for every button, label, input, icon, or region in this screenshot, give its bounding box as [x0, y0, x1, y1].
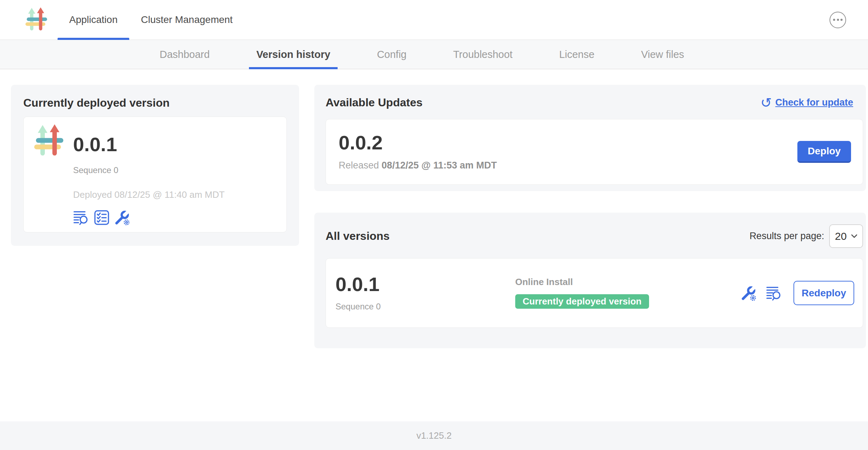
- redeploy-button[interactable]: Redeploy: [793, 281, 854, 305]
- main-content: Currently deployed version 0.0.1 Sequenc…: [0, 69, 868, 421]
- subnav-item-version-history[interactable]: Version history: [256, 40, 331, 69]
- deployed-sequence: Sequence 0: [73, 166, 225, 175]
- right-column: Available Updates ↺ Check for update 0.0…: [314, 85, 866, 421]
- tab-application[interactable]: Application: [58, 0, 129, 40]
- deployed-version-panel: 0.0.1 Sequence 0 Deployed 08/12/25 @ 11:…: [23, 117, 287, 232]
- results-per-page: Results per page: 20: [749, 224, 863, 248]
- app-subnav: Dashboard Version history Config Trouble…: [0, 40, 868, 69]
- deployed-actions: [73, 209, 225, 226]
- install-type-label: Online Install: [515, 277, 741, 286]
- results-per-page-select[interactable]: 20: [829, 224, 863, 248]
- tab-cluster-management[interactable]: Cluster Management: [129, 0, 244, 40]
- update-version-number: 0.0.2: [339, 134, 497, 152]
- app-footer: v1.125.2: [0, 421, 868, 450]
- app-logo-icon: [33, 124, 67, 158]
- available-updates-title: Available Updates: [326, 96, 422, 109]
- config-icon[interactable]: [114, 209, 130, 226]
- deployed-timestamp: Deployed 08/12/25 @ 11:40 am MDT: [73, 190, 225, 200]
- deployed-version-number: 0.0.1: [73, 135, 225, 154]
- all-versions-title: All versions: [326, 230, 390, 243]
- check-for-update-link[interactable]: ↺ Check for update: [761, 97, 853, 108]
- subnav-item-license[interactable]: License: [559, 40, 594, 69]
- tab-application-label: Application: [69, 14, 118, 25]
- results-per-page-value: 20: [835, 230, 846, 242]
- update-info: 0.0.2 Released 08/12/25 @ 11:53 am MDT: [339, 134, 497, 170]
- ellipsis-menu-icon[interactable]: [830, 12, 846, 28]
- row-actions: Redeploy: [741, 281, 854, 305]
- all-versions-card: All versions Results per page: 20 0.0.1 …: [314, 213, 866, 348]
- refresh-icon: ↺: [761, 97, 772, 108]
- update-row: 0.0.2 Released 08/12/25 @ 11:53 am MDT D…: [326, 119, 863, 185]
- status-badge: Currently deployed version: [515, 294, 649, 309]
- console-version: v1.125.2: [416, 430, 452, 441]
- available-updates-card: Available Updates ↺ Check for update 0.0…: [314, 85, 866, 191]
- results-per-page-label: Results per page:: [749, 231, 824, 242]
- subnav-item-config[interactable]: Config: [377, 40, 406, 69]
- released-label: Released: [339, 160, 382, 171]
- subnav-item-troubleshoot[interactable]: Troubleshoot: [453, 40, 512, 69]
- app-header: Application Cluster Management: [0, 0, 868, 40]
- row-status-info: Online Install Currently deployed versio…: [515, 277, 741, 309]
- config-icon[interactable]: [741, 285, 757, 301]
- logs-icon[interactable]: [73, 209, 89, 226]
- currently-deployed-title: Currently deployed version: [23, 96, 287, 109]
- row-version-number: 0.0.1: [335, 275, 515, 294]
- tab-cluster-management-label: Cluster Management: [141, 14, 233, 25]
- check-for-update-label: Check for update: [775, 97, 853, 108]
- row-version-info: 0.0.1 Sequence 0: [335, 275, 515, 311]
- version-row: 0.0.1 Sequence 0 Online Install Currentl…: [326, 258, 863, 328]
- currently-deployed-card: Currently deployed version 0.0.1 Sequenc…: [11, 85, 299, 246]
- preflight-checks-icon[interactable]: [94, 209, 110, 226]
- subnav-item-view-files[interactable]: View files: [641, 40, 684, 69]
- chevron-down-icon: [851, 234, 857, 238]
- subnav-item-dashboard[interactable]: Dashboard: [160, 40, 210, 69]
- logs-icon[interactable]: [766, 285, 782, 301]
- released-timestamp: 08/12/25 @ 11:53 am MDT: [382, 160, 497, 171]
- deployed-version-info: 0.0.1 Sequence 0 Deployed 08/12/25 @ 11:…: [73, 124, 225, 232]
- app-logo-icon: [25, 7, 50, 33]
- deploy-button[interactable]: Deploy: [797, 141, 851, 163]
- row-sequence: Sequence 0: [335, 302, 515, 311]
- update-released-line: Released 08/12/25 @ 11:53 am MDT: [339, 161, 497, 170]
